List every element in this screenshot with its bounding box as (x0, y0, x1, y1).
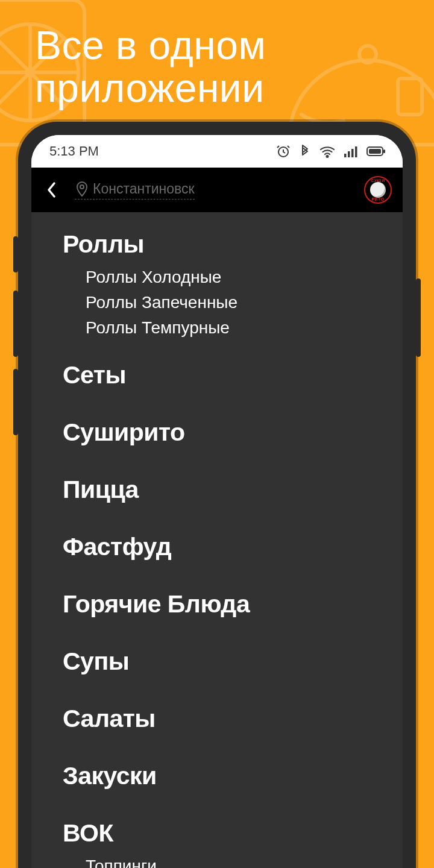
svg-rect-17 (369, 149, 381, 154)
subcategory-list: Роллы Холодные Роллы Запеченные Роллы Те… (63, 265, 403, 341)
svg-rect-14 (355, 146, 357, 157)
brand-logo[interactable]: СУШИ РИТО (364, 176, 392, 204)
phone-screen: 5:13 PM Константиновск СУШИ РИТО (31, 135, 403, 868)
phone-frame: 5:13 PM Константиновск СУШИ РИТО (18, 122, 416, 868)
category-sushirito[interactable]: Суширито (63, 418, 403, 447)
status-icons (276, 144, 386, 159)
phone-side-button (416, 278, 421, 357)
bluetooth-icon (299, 144, 311, 159)
phone-side-button (13, 369, 18, 435)
category-wok[interactable]: ВОК (63, 819, 403, 848)
location-pin-icon (75, 181, 89, 198)
category-rolls[interactable]: Роллы (63, 230, 403, 259)
menu-content[interactable]: Роллы Роллы Холодные Роллы Запеченные Ро… (31, 212, 403, 868)
category-pizza[interactable]: Пицца (63, 476, 403, 504)
svg-rect-12 (348, 151, 350, 157)
brand-logo-inner (370, 182, 386, 198)
category-salads[interactable]: Салаты (63, 705, 403, 733)
status-time: 5:13 PM (49, 143, 99, 159)
category-sets[interactable]: Сеты (63, 361, 403, 389)
brand-top-text: СУШИ (371, 178, 385, 183)
wifi-icon (319, 144, 335, 159)
category-snacks[interactable]: Закуски (63, 762, 403, 790)
category-hot-dishes[interactable]: Горячие Блюда (63, 590, 403, 618)
subcategory-item[interactable]: Роллы Темпурные (86, 315, 403, 341)
phone-side-button (13, 291, 18, 357)
svg-rect-16 (383, 149, 385, 153)
promo-line2: приложении (35, 66, 265, 110)
subcategory-list: Топпинги (63, 854, 403, 868)
category-block: Роллы Роллы Холодные Роллы Запеченные Ро… (63, 230, 403, 341)
svg-rect-11 (344, 154, 347, 157)
app-header: Константиновск СУШИ РИТО (31, 168, 403, 212)
svg-point-18 (80, 185, 84, 189)
category-block: ВОК Топпинги (63, 819, 403, 868)
signal-icon (344, 145, 358, 158)
svg-point-10 (327, 156, 329, 157)
subcategory-item[interactable]: Роллы Холодные (86, 265, 403, 290)
back-button[interactable] (40, 178, 64, 202)
promo-headline: Все в одном приложении (35, 24, 266, 110)
battery-icon (366, 145, 386, 157)
location-label: Константиновск (93, 181, 195, 197)
subcategory-item[interactable]: Роллы Запеченные (86, 290, 403, 315)
subcategory-item[interactable]: Топпинги (86, 854, 403, 868)
status-bar: 5:13 PM (31, 135, 403, 168)
phone-side-button (13, 236, 18, 272)
svg-rect-8 (398, 78, 422, 115)
svg-rect-13 (351, 149, 354, 157)
chevron-left-icon (46, 181, 57, 198)
brand-bottom-text: РИТО (371, 197, 384, 201)
alarm-icon (276, 144, 291, 159)
location-selector[interactable]: Константиновск (75, 181, 195, 200)
category-soups[interactable]: Супы (63, 647, 403, 676)
category-fastfood[interactable]: Фастфуд (63, 533, 403, 561)
promo-line1: Все в одном (35, 23, 266, 68)
svg-point-7 (359, 46, 376, 63)
